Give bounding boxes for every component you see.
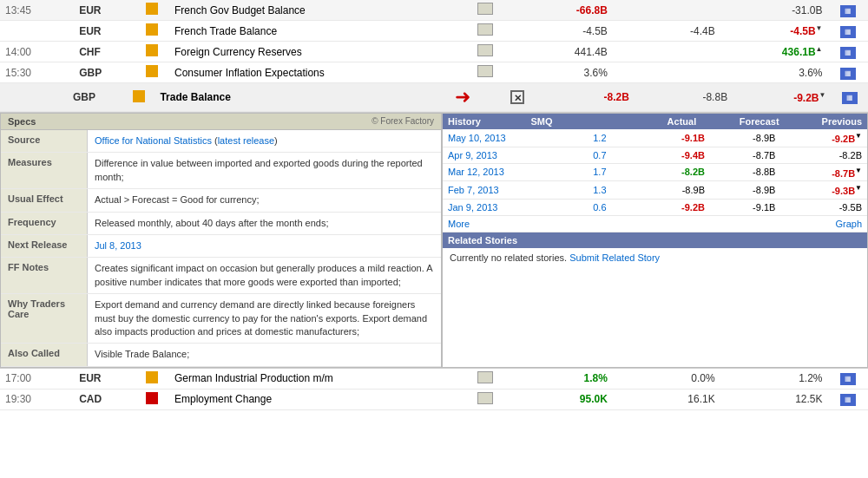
detail-icon[interactable]	[477, 44, 493, 56]
hist-smq[interactable]: 1.7	[588, 163, 638, 181]
history-row: Jan 9, 2013 0.6 -9.2B -9.1B -9.5B	[443, 199, 867, 215]
submit-story-link[interactable]: Submit Related Story	[569, 252, 660, 263]
specs-next-value: Jul 8, 2013	[88, 235, 148, 257]
graph-cell[interactable]: Graph	[780, 215, 867, 232]
detail-icon[interactable]	[477, 23, 493, 36]
calendar-row: 13:45 EUR French Gov Budget Balance -66.…	[0, 0, 868, 21]
graph-icon[interactable]: ▦	[842, 92, 858, 104]
specs-source-value: Office for National Statistics (latest r…	[88, 130, 285, 152]
row-event: Employment Change	[169, 389, 465, 409]
previous-value: 436.1B	[782, 46, 816, 58]
row-graph[interactable]: ▦	[827, 0, 868, 21]
row-forecast: -4.4B	[613, 21, 720, 42]
source-link[interactable]: Office for National Statistics	[95, 135, 212, 146]
specs-usual-value: Actual > Forecast = Good for currency;	[88, 189, 266, 211]
row-detail[interactable]	[465, 62, 505, 83]
hist-smq[interactable]: 1.2	[588, 129, 638, 147]
graph-link[interactable]: Graph	[835, 219, 862, 229]
row-impact	[123, 83, 155, 112]
hist-smq[interactable]: 0.6	[588, 199, 638, 215]
close-button[interactable]: ✕	[510, 90, 524, 104]
graph-icon[interactable]: ▦	[840, 68, 856, 80]
detail-icon[interactable]	[477, 65, 493, 77]
row-previous: 3.6%	[720, 62, 828, 83]
hist-previous: -9.2B▼	[780, 129, 867, 147]
graph-icon[interactable]: ▦	[840, 26, 856, 38]
row-graph[interactable]: ▦	[827, 389, 868, 409]
actual-value: 441.4B	[575, 46, 608, 58]
smq-link[interactable]: 1.3	[593, 185, 606, 195]
graph-icon[interactable]: ▦	[840, 394, 856, 406]
impact-icon-orange	[133, 90, 145, 102]
more-label[interactable]: More	[443, 215, 588, 232]
row-detail[interactable]	[465, 21, 505, 42]
specs-credit: © Forex Factory	[372, 116, 434, 127]
hist-date[interactable]: Apr 9, 2013	[443, 147, 588, 163]
row-detail[interactable]	[465, 389, 505, 409]
specs-usual-row: Usual Effect Actual > Forecast = Good fo…	[1, 189, 441, 212]
row-impact	[135, 21, 169, 42]
row-graph[interactable]: ▦	[827, 42, 868, 62]
smq-link[interactable]: 1.2	[593, 133, 606, 143]
hist-date[interactable]: Feb 7, 2013	[443, 181, 588, 200]
impact-icon	[146, 44, 158, 56]
detail-icon[interactable]	[477, 392, 493, 404]
specs-source-row: Source Office for National Statistics (l…	[1, 130, 441, 153]
history-col-history: History	[448, 116, 530, 127]
hist-actual: -9.1B	[638, 129, 710, 147]
hist-date[interactable]: May 10, 2013	[443, 129, 588, 147]
row-detail[interactable]	[465, 42, 505, 62]
impact-icon	[146, 392, 158, 404]
related-stories-title: Related Stories	[448, 235, 517, 246]
row-event: Consumer Inflation Expectations	[169, 62, 465, 83]
x-button-cell[interactable]: ✕	[499, 83, 536, 112]
row-graph[interactable]: ▦	[831, 83, 868, 112]
previous-value: -9.2B	[793, 92, 819, 104]
detail-icon[interactable]	[477, 371, 493, 383]
date-link[interactable]: Apr 9, 2013	[448, 150, 497, 160]
hist-smq[interactable]: 1.3	[588, 181, 638, 200]
row-time: 15:30	[0, 62, 74, 83]
date-link[interactable]: Feb 7, 2013	[448, 185, 499, 195]
graph-icon[interactable]: ▦	[840, 47, 856, 59]
row-currency: GBP	[68, 83, 123, 112]
graph-icon[interactable]: ▦	[840, 373, 856, 385]
detail-icon[interactable]	[477, 3, 493, 15]
row-time: 13:45	[0, 0, 74, 21]
impact-icon	[146, 23, 158, 36]
previous-val: -9.2B	[832, 134, 855, 144]
specs-ff-label: FF Notes	[1, 258, 88, 293]
hist-date[interactable]: Jan 9, 2013	[443, 199, 588, 215]
history-row: Feb 7, 2013 1.3 -8.9B -8.9B -9.3B▼	[443, 181, 867, 200]
row-previous: 436.1B▲	[720, 42, 828, 62]
row-detail[interactable]	[465, 369, 505, 390]
actual-val: -9.1B	[681, 133, 705, 143]
smq-link[interactable]: 0.6	[593, 202, 606, 213]
actual-val: -9.4B	[681, 150, 705, 160]
more-row: More Graph	[443, 215, 867, 232]
row-previous: -31.0B	[720, 0, 828, 21]
date-link[interactable]: May 10, 2013	[448, 133, 506, 143]
hist-date[interactable]: Mar 12, 2013	[443, 163, 588, 181]
latest-release-link[interactable]: latest release	[218, 135, 274, 146]
specs-also-value: Visible Trade Balance;	[88, 344, 196, 365]
date-link[interactable]: Mar 12, 2013	[448, 167, 504, 177]
smq-link[interactable]: 1.7	[593, 167, 606, 177]
next-release-link[interactable]: Jul 8, 2013	[95, 240, 141, 251]
more-link[interactable]: More	[448, 219, 470, 229]
row-currency: CHF	[74, 42, 135, 62]
hist-smq[interactable]: 0.7	[588, 147, 638, 163]
date-link[interactable]: Jan 9, 2013	[448, 202, 498, 213]
previous-value: -31.0B	[792, 4, 822, 16]
row-impact	[135, 0, 169, 21]
hist-actual: -9.4B	[638, 147, 710, 163]
row-graph[interactable]: ▦	[827, 369, 868, 390]
row-graph[interactable]: ▦	[827, 62, 868, 83]
row-detail[interactable]	[465, 0, 505, 21]
row-currency: EUR	[74, 369, 135, 390]
row-graph[interactable]: ▦	[827, 21, 868, 42]
impact-icon	[146, 371, 158, 383]
smq-link[interactable]: 0.7	[593, 150, 606, 160]
actual-val: -8.2B	[681, 167, 705, 177]
graph-icon[interactable]: ▦	[840, 5, 856, 17]
